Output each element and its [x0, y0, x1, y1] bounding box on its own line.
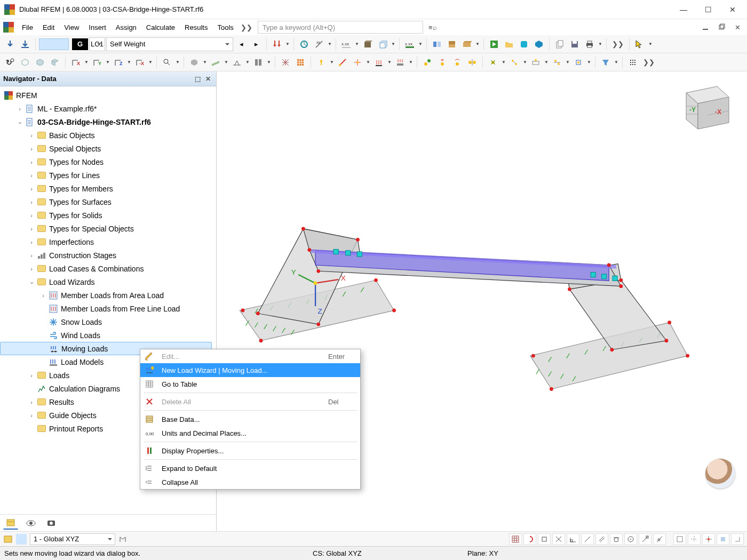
zoom-icon[interactable]	[160, 55, 174, 69]
navigator-close-icon[interactable]: ✕	[203, 74, 213, 84]
copy-icon[interactable]	[553, 37, 567, 51]
menu-view[interactable]: View	[59, 21, 84, 34]
tree-item[interactable]: ›Member Loads from Area Load	[0, 289, 216, 302]
snap-endpoint-icon[interactable]	[538, 533, 551, 545]
prev-loadcase-icon[interactable]: ◂	[234, 37, 248, 51]
view-side-icon[interactable]	[48, 55, 62, 69]
menu-file[interactable]: File	[17, 21, 38, 34]
grid-cube-icon[interactable]	[376, 37, 390, 51]
mdi-minimize-icon[interactable]	[699, 21, 712, 34]
new-loadcombo-icon[interactable]	[18, 37, 32, 51]
tree-expand-icon[interactable]: ⌄	[15, 118, 25, 125]
tree-item[interactable]: ›Types for Solids	[0, 209, 216, 222]
tree-item[interactable]: ⌄Load Wizards	[0, 275, 216, 289]
load-gen5-icon[interactable]	[571, 55, 585, 69]
tree-expand-icon[interactable]: ›	[27, 239, 36, 245]
menu-insert[interactable]: Insert	[84, 21, 111, 34]
close-button[interactable]: ✕	[720, 0, 745, 19]
tree-item[interactable]: ›Construction Stages	[0, 249, 216, 262]
load-gen3-icon[interactable]	[529, 55, 543, 69]
snap-grid-icon[interactable]	[509, 533, 522, 545]
nav-tab-data-icon[interactable]	[3, 517, 18, 530]
member-load-icon[interactable]	[372, 55, 386, 69]
tree-item[interactable]: ›Types for Nodes	[0, 155, 216, 169]
menu-overflow-icon[interactable]: ❯❯	[240, 23, 253, 31]
context-menu-item[interactable]: Go to Table	[140, 377, 360, 391]
print-icon[interactable]	[583, 37, 597, 51]
section3-icon[interactable]	[460, 37, 474, 51]
load-gen2-icon[interactable]	[507, 55, 521, 69]
mdi-close-icon[interactable]: ✕	[731, 21, 744, 34]
tree-expand-icon[interactable]: ›	[27, 132, 36, 139]
load-gen4-icon[interactable]	[550, 55, 564, 69]
nav-tab-views-icon[interactable]	[44, 517, 59, 530]
context-menu-item[interactable]: Expand to Default	[140, 461, 360, 475]
tree-item[interactable]: Member Loads from Free Line Load	[0, 302, 216, 315]
guide-box-icon[interactable]	[717, 533, 729, 545]
tree-item[interactable]: ›Types for Surfaces	[0, 195, 216, 209]
tree-item[interactable]: ⌄03-CSA-Bridge-Hinge-START.rf6	[0, 115, 216, 129]
grid-dots-icon[interactable]	[626, 55, 640, 69]
tree-expand-icon[interactable]: ›	[27, 226, 36, 232]
refresh-view-icon[interactable]: ↻	[3, 55, 17, 69]
context-menu-item[interactable]: Base Data...	[140, 412, 360, 426]
move-load-icon[interactable]	[435, 55, 449, 69]
tree-expand-icon[interactable]: ›	[27, 159, 36, 165]
tree-item[interactable]: ›Types for Members	[0, 182, 216, 195]
workplane-icon[interactable]	[3, 535, 13, 543]
select-arrow-icon[interactable]	[633, 37, 647, 51]
save-icon[interactable]	[568, 37, 582, 51]
view-cube[interactable]: -Y -X	[676, 77, 738, 135]
guide-grid-icon[interactable]	[673, 533, 686, 545]
surface-icon[interactable]	[209, 55, 222, 69]
minimize-button[interactable]: —	[671, 0, 696, 19]
copy-load-icon[interactable]	[420, 55, 434, 69]
show-loads-icon[interactable]	[270, 37, 284, 51]
tree-item[interactable]: Snow Loads	[0, 315, 216, 329]
tree-item[interactable]: ›Special Objects	[0, 142, 216, 155]
search-input[interactable]: Type a keyword (Alt+Q)	[258, 21, 423, 34]
guide-point-icon[interactable]	[702, 533, 715, 545]
tree-item[interactable]: ›ML - Example.rf6*	[0, 102, 216, 115]
open-folder-icon[interactable]	[502, 37, 516, 51]
area-load-icon[interactable]	[351, 55, 364, 69]
view-iso-icon[interactable]	[18, 55, 32, 69]
cs-icon[interactable]	[251, 55, 265, 69]
tree-expand-icon[interactable]: ⌄	[27, 278, 36, 285]
rotate-load-icon[interactable]	[450, 55, 464, 69]
node-load-icon[interactable]	[314, 55, 328, 69]
search-options-icon[interactable]: ≡⌕	[426, 21, 439, 34]
menu-tools[interactable]: Tools	[212, 21, 238, 34]
tree-expand-icon[interactable]: ›	[27, 172, 36, 179]
mdi-restore-icon[interactable]	[715, 21, 728, 34]
coordinate-system-combo[interactable]: 1 - Global XYZ	[30, 533, 115, 545]
snap-intersect-icon[interactable]	[552, 533, 565, 545]
axis-x-icon[interactable]: X	[69, 55, 83, 69]
menu-assign[interactable]: Assign	[111, 21, 141, 34]
loadcase-number[interactable]: LC1	[89, 37, 105, 51]
assistant-avatar-icon[interactable]	[705, 459, 735, 489]
dimension-icon[interactable]	[297, 37, 311, 51]
axis-neg-x-icon[interactable]: -X	[133, 55, 147, 69]
tree-expand-icon[interactable]: ›	[27, 146, 36, 152]
cs-edit-icon[interactable]	[118, 535, 128, 543]
axis-y-icon[interactable]: Y	[90, 55, 104, 69]
context-menu-item[interactable]: New Load Wizard | Moving Load...	[140, 363, 360, 377]
maximize-button[interactable]: ☐	[696, 0, 720, 19]
navigator-float-icon[interactable]: ⬚	[193, 74, 202, 84]
tree-expand-icon[interactable]: ›	[15, 106, 25, 112]
menu-calculate[interactable]: Calculate	[141, 21, 180, 34]
cloud-icon[interactable]	[517, 37, 531, 51]
annotation-icon[interactable]: x.xx	[339, 37, 353, 51]
mesh1-icon[interactable]	[279, 55, 292, 69]
loadcase-name-combo[interactable]: Self Weight	[106, 37, 233, 51]
tree-item[interactable]: ›Types for Lines	[0, 169, 216, 182]
guide-ortho-icon[interactable]	[731, 533, 744, 545]
box-icon[interactable]	[361, 37, 375, 51]
section-icon[interactable]	[430, 37, 444, 51]
tree-expand-icon[interactable]: ›	[27, 252, 36, 259]
line-load-icon[interactable]	[336, 55, 349, 69]
tree-item[interactable]: ›Basic Objects	[0, 129, 216, 142]
guide-lines-icon[interactable]	[688, 533, 701, 545]
snap-center-icon[interactable]	[624, 533, 637, 545]
